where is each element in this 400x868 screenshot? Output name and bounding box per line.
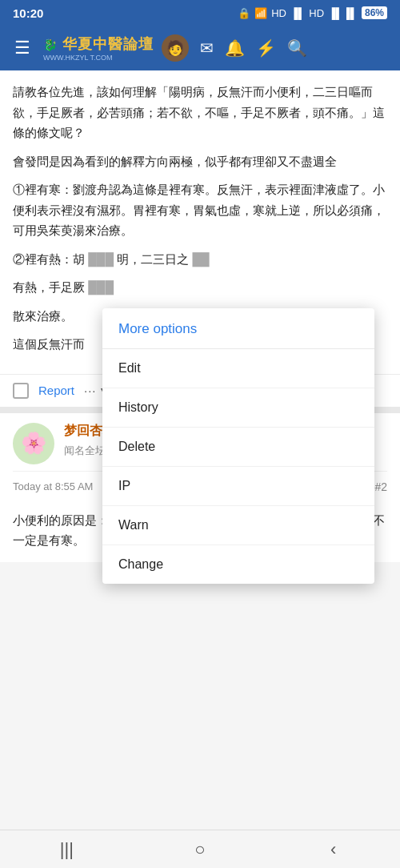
dropdown-item-delete[interactable]: Delete	[102, 428, 374, 467]
message-icon[interactable]: ✉	[200, 38, 214, 58]
report-button[interactable]: Report	[38, 384, 74, 397]
logo-text: 🐉 华夏中醫論壇	[43, 34, 154, 54]
reply-user-role: 闻名全坛	[64, 444, 106, 458]
dropdown-item-history[interactable]: History	[102, 388, 374, 428]
status-bar: 10:20 🔒 📶 HD ▐▌ HD ▐▌▐▌ 86%	[0, 0, 400, 26]
reply-timestamp: Today at 8:55 AM	[13, 480, 93, 492]
hd-label: HD	[271, 7, 286, 19]
dropdown-item-edit[interactable]: Edit	[102, 349, 374, 388]
bell-icon[interactable]: 🔔	[225, 38, 245, 58]
wifi-icon: 📶	[254, 7, 267, 19]
bottom-nav-menu[interactable]: |||	[42, 839, 90, 860]
menu-icon[interactable]: ☰	[10, 38, 35, 58]
hd2-label: HD	[309, 7, 324, 19]
signal2-icon: ▐▌▐▌	[328, 7, 358, 19]
dropdown-item-ip[interactable]: IP	[102, 467, 374, 506]
dropdown-item-change[interactable]: Change	[102, 545, 374, 584]
dropdown-title: More options	[102, 308, 374, 349]
logo: 🐉 华夏中醫論壇 WWW.HKZYL T.COM	[43, 34, 154, 62]
user-avatar[interactable]: 🧑	[162, 34, 189, 62]
search-icon[interactable]: 🔍	[287, 38, 307, 58]
bottom-nav-home[interactable]: ○	[176, 839, 224, 860]
status-icons: 🔒 📶 HD ▐▌ HD ▐▌▐▌ 86%	[238, 6, 387, 19]
post-paragraph-5: 有熱，手足厥 ███	[13, 277, 387, 298]
post-paragraph-3: ①裡有寒：劉渡舟認為這條是裡有寒。反無汗，表示裡面津液虛了。小便利表示裡沒有濕邪…	[13, 179, 387, 241]
signal-icon: ▐▌	[290, 7, 305, 19]
post-number: #2	[374, 480, 387, 493]
logo-sub: WWW.HKZYL T.COM	[43, 54, 113, 62]
dropdown-item-warn[interactable]: Warn	[102, 506, 374, 545]
more-options-dropdown: More options Edit History Delete IP Warn…	[102, 308, 374, 584]
post-paragraph-4: ②裡有熱：胡 ███ 明，二三日之 ██	[13, 249, 387, 270]
bottom-nav-back[interactable]: ‹	[310, 839, 358, 860]
status-time: 10:20	[13, 6, 43, 20]
logo-dragon-icon: 🐉	[43, 38, 58, 51]
battery-indicator: 86%	[362, 6, 387, 19]
lightning-icon[interactable]: ⚡	[256, 38, 276, 58]
bottom-nav: ||| ○ ‹	[0, 830, 400, 868]
app-header: ☰ 🐉 华夏中醫論壇 WWW.HKZYL T.COM 🧑 ✉ 🔔 ⚡ 🔍	[0, 26, 400, 70]
post-paragraph-2: 會發問是因為看到的解釋方向兩極，似乎都有理卻又不盡週全	[13, 151, 387, 172]
post-paragraph-1: 請教各位先進，該如何理解「陽明病，反無汗而小便利，二三日嘔而欲，手足厥者，必苦頭…	[13, 82, 387, 143]
reply-user-avatar: 🌸	[13, 423, 54, 464]
post-checkbox[interactable]	[13, 383, 29, 399]
ellipsis-icon: ···	[84, 384, 97, 397]
header-icons: 🧑 ✉ 🔔 ⚡ 🔍	[162, 34, 307, 62]
lock-icon: 🔒	[238, 7, 250, 19]
